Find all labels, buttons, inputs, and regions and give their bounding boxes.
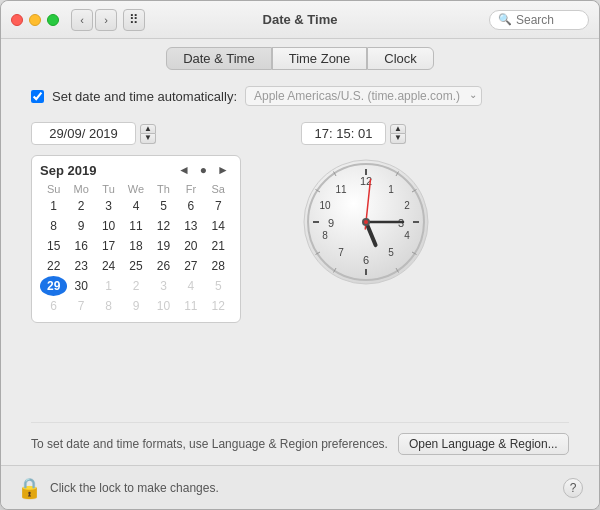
- calendar-day[interactable]: 8: [40, 216, 67, 236]
- svg-text:1: 1: [388, 184, 394, 195]
- tab-date-time[interactable]: Date & Time: [166, 47, 272, 70]
- grid-button[interactable]: ⠿: [123, 9, 145, 31]
- calendar-day[interactable]: 10: [95, 216, 122, 236]
- calendar-day[interactable]: 11: [177, 296, 204, 316]
- server-dropdown-wrapper[interactable]: Apple Americas/U.S. (time.apple.com.): [245, 86, 482, 106]
- date-down-button[interactable]: ▼: [140, 134, 156, 144]
- calendar-day[interactable]: 7: [205, 196, 232, 216]
- calendar-day[interactable]: 23: [67, 256, 94, 276]
- tab-clock[interactable]: Clock: [367, 47, 434, 70]
- calendar-day[interactable]: 27: [177, 256, 204, 276]
- calendar-day[interactable]: 12: [150, 216, 177, 236]
- calendar-day[interactable]: 24: [95, 256, 122, 276]
- calendar-day[interactable]: 13: [177, 216, 204, 236]
- search-input[interactable]: [516, 13, 586, 27]
- language-region-description: To set date and time formats, use Langua…: [31, 437, 388, 451]
- calendar-header: Sep 2019 ◄ ● ►: [40, 162, 232, 178]
- cal-header-fr: Fr: [177, 182, 204, 196]
- cal-header-mo: Mo: [67, 182, 94, 196]
- main-area: ▲ ▼ Sep 2019 ◄ ● ►: [31, 122, 569, 323]
- date-stepper: ▲ ▼: [140, 124, 156, 144]
- tab-time-zone[interactable]: Time Zone: [272, 47, 368, 70]
- auto-set-label: Set date and time automatically:: [52, 89, 237, 104]
- calendar-day[interactable]: 10: [150, 296, 177, 316]
- svg-point-30: [364, 220, 368, 224]
- maximize-button[interactable]: [47, 14, 59, 26]
- calendar-day[interactable]: 19: [150, 236, 177, 256]
- svg-text:2: 2: [404, 200, 410, 211]
- back-button[interactable]: ‹: [71, 9, 93, 31]
- calendar-prev-button[interactable]: ◄: [175, 162, 193, 178]
- tab-bar: Date & Time Time Zone Clock: [1, 39, 599, 76]
- calendar-body: 1234567891011121314151617181920212223242…: [40, 196, 232, 316]
- calendar-day[interactable]: 1: [95, 276, 122, 296]
- date-input-row: ▲ ▼: [31, 122, 156, 145]
- calendar-day[interactable]: 5: [150, 196, 177, 216]
- time-field[interactable]: [301, 122, 386, 145]
- cal-header-th: Th: [150, 182, 177, 196]
- window-title: Date & Time: [263, 12, 338, 27]
- calendar-day[interactable]: 9: [122, 296, 150, 316]
- calendar-day[interactable]: 15: [40, 236, 67, 256]
- clock-section: ▲ ▼: [301, 122, 431, 287]
- calendar-day[interactable]: 11: [122, 216, 150, 236]
- svg-text:7: 7: [338, 247, 344, 258]
- content-area: Set date and time automatically: Apple A…: [1, 76, 599, 465]
- calendar-day[interactable]: 25: [122, 256, 150, 276]
- calendar-day[interactable]: 28: [205, 256, 232, 276]
- calendar-grid: Su Mo Tu We Th Fr Sa 1234567891011121314…: [40, 182, 232, 316]
- calendar-day[interactable]: 16: [67, 236, 94, 256]
- calendar-day[interactable]: 30: [67, 276, 94, 296]
- calendar-day[interactable]: 21: [205, 236, 232, 256]
- open-language-region-button[interactable]: Open Language & Region...: [398, 433, 569, 455]
- calendar-day[interactable]: 22: [40, 256, 67, 276]
- calendar-day[interactable]: 9: [67, 216, 94, 236]
- cal-header-we: We: [122, 182, 150, 196]
- calendar-day[interactable]: 5: [205, 276, 232, 296]
- server-dropdown[interactable]: Apple Americas/U.S. (time.apple.com.): [245, 86, 482, 106]
- calendar-day[interactable]: 2: [122, 276, 150, 296]
- auto-set-checkbox[interactable]: [31, 90, 44, 103]
- date-field[interactable]: [31, 122, 136, 145]
- time-up-button[interactable]: ▲: [390, 124, 406, 134]
- search-box[interactable]: 🔍: [489, 10, 589, 30]
- calendar-week-row: 6789101112: [40, 296, 232, 316]
- help-button[interactable]: ?: [563, 478, 583, 498]
- calendar-day[interactable]: 18: [122, 236, 150, 256]
- titlebar: ‹ › ⠿ Date & Time 🔍: [1, 1, 599, 39]
- lock-icon[interactable]: 🔒: [17, 476, 42, 500]
- calendar-nav: ◄ ● ►: [175, 162, 232, 178]
- calendar-day[interactable]: 14: [205, 216, 232, 236]
- main-window: ‹ › ⠿ Date & Time 🔍 Date & Time Time Zon…: [0, 0, 600, 510]
- calendar-day[interactable]: 6: [177, 196, 204, 216]
- calendar-day[interactable]: 26: [150, 256, 177, 276]
- date-up-button[interactable]: ▲: [140, 124, 156, 134]
- calendar-day[interactable]: 4: [177, 276, 204, 296]
- calendar-day[interactable]: 6: [40, 296, 67, 316]
- calendar-day[interactable]: 29: [40, 276, 67, 296]
- calendar-day[interactable]: 7: [67, 296, 94, 316]
- forward-button[interactable]: ›: [95, 9, 117, 31]
- calendar-day[interactable]: 4: [122, 196, 150, 216]
- cal-header-tu: Tu: [95, 182, 122, 196]
- calendar-day[interactable]: 17: [95, 236, 122, 256]
- calendar-month-year: Sep 2019: [40, 163, 96, 178]
- calendar-day[interactable]: 12: [205, 296, 232, 316]
- calendar-day[interactable]: 2: [67, 196, 94, 216]
- calendar-day[interactable]: 8: [95, 296, 122, 316]
- cal-header-sa: Sa: [205, 182, 232, 196]
- lock-text: Click the lock to make changes.: [50, 481, 219, 495]
- svg-text:5: 5: [388, 247, 394, 258]
- minimize-button[interactable]: [29, 14, 41, 26]
- calendar-day[interactable]: 3: [150, 276, 177, 296]
- calendar-week-row: 1234567: [40, 196, 232, 216]
- close-button[interactable]: [11, 14, 23, 26]
- calendar-day[interactable]: 3: [95, 196, 122, 216]
- cal-header-su: Su: [40, 182, 67, 196]
- calendar-next-button[interactable]: ►: [214, 162, 232, 178]
- footer: 🔒 Click the lock to make changes. ?: [1, 465, 599, 509]
- time-down-button[interactable]: ▼: [390, 134, 406, 144]
- search-icon: 🔍: [498, 13, 512, 26]
- calendar-day[interactable]: 1: [40, 196, 67, 216]
- calendar-day[interactable]: 20: [177, 236, 204, 256]
